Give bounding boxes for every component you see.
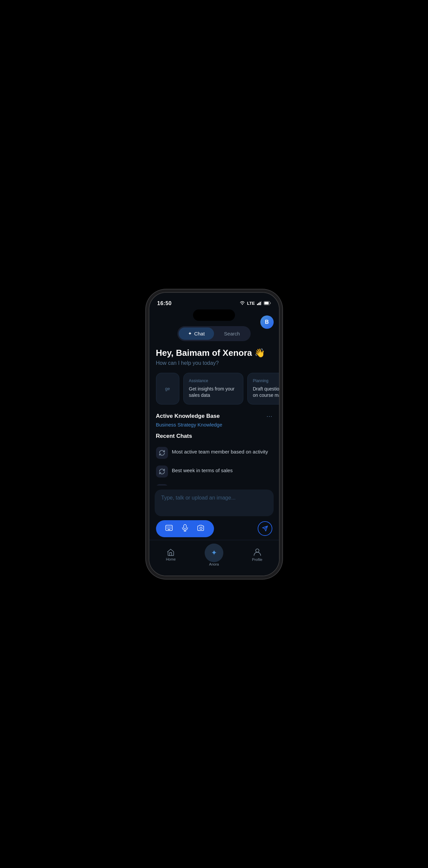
tab-search[interactable]: Search [215, 328, 249, 340]
chat-item-3[interactable]: Generate twitter thread to aanounce the … [156, 481, 272, 486]
knowledge-base-link[interactable]: Business Strategy Knowledge [156, 422, 272, 428]
svg-rect-2 [258, 303, 259, 305]
network-label: LTE [247, 301, 255, 306]
svg-rect-10 [169, 527, 170, 527]
bottom-nav: Home ✦ Anora Profile [149, 540, 279, 576]
svg-rect-6 [264, 302, 269, 305]
wifi-icon [240, 301, 245, 306]
more-dots-icon[interactable]: ⋯ [266, 412, 272, 420]
card-assistance-category: Assistance [189, 378, 238, 383]
recent-chats-title: Recent Chats [156, 433, 272, 439]
svg-rect-14 [169, 528, 170, 529]
svg-rect-4 [261, 301, 262, 305]
status-time: 16:50 [157, 301, 172, 306]
profile-icon [254, 548, 261, 556]
signal-icon [257, 301, 262, 306]
svg-rect-17 [184, 525, 186, 529]
chat-text-2: Best week in terms of sales [172, 466, 233, 474]
knowledge-base-title: Active Knowledge Base [156, 413, 220, 420]
chat-item-2[interactable]: Best week in terms of sales [156, 462, 272, 481]
card-small-label: ge [165, 386, 170, 391]
card-assistance-text: Get insights from your sales data [189, 386, 238, 399]
send-button[interactable] [258, 521, 272, 536]
recent-chats-section: Recent Chats Most active team member bas… [149, 430, 279, 486]
microphone-icon[interactable] [182, 524, 188, 533]
greeting-section: Hey, Baimam of Xenora 👋 How can I help y… [149, 341, 279, 370]
chat-icon-1 [156, 447, 168, 459]
tab-bar: ✦ Chat Search [177, 326, 250, 341]
card-planning-category: Planning [253, 378, 279, 383]
knowledge-base-section: Active Knowledge Base ⋯ Business Strateg… [149, 407, 279, 430]
sparkle-icon: ✦ [188, 331, 192, 336]
chat-text-1: Most active team member based on activit… [172, 447, 268, 455]
svg-rect-9 [168, 527, 169, 527]
input-section: Type, talk or upload an image... [149, 486, 279, 540]
suggestion-card-assistance[interactable]: Assistance Get insights from your sales … [183, 373, 243, 404]
input-actions [155, 520, 274, 537]
keyboard-icon[interactable] [165, 525, 173, 532]
nav-anora[interactable]: ✦ Anora [201, 544, 227, 566]
action-pills [156, 520, 214, 537]
svg-rect-8 [167, 527, 167, 527]
phone-frame: 16:50 LTE [149, 292, 280, 576]
svg-point-23 [256, 549, 259, 552]
phone-screen: 16:50 LTE [149, 293, 279, 576]
tab-chat[interactable]: ✦ Chat [179, 328, 214, 340]
suggestion-card-planning[interactable]: Planning Draft questions based on course… [247, 373, 279, 404]
chat-icon-2 [156, 466, 168, 477]
chat-item-1[interactable]: Most active team member based on activit… [156, 443, 272, 462]
tab-bar-wrapper: ✦ Chat Search [149, 323, 279, 341]
status-icons: LTE [240, 301, 271, 306]
svg-rect-13 [168, 528, 169, 529]
nav-home[interactable]: Home [157, 549, 184, 561]
input-placeholder: Type, talk or upload an image... [161, 495, 236, 500]
suggestion-cards-scroll: ge Assistance Get insights from your sal… [149, 370, 279, 407]
dynamic-island [193, 309, 235, 321]
svg-rect-11 [171, 527, 171, 527]
status-bar: 16:50 LTE [149, 293, 279, 309]
greeting-subtitle: How can I help you today? [156, 360, 272, 366]
svg-rect-15 [171, 528, 171, 529]
greeting-title: Hey, Baimam of Xenora 👋 [156, 348, 272, 358]
anora-sparkle-icon: ✦ [211, 549, 217, 557]
nav-profile-label: Profile [252, 558, 262, 562]
nav-profile[interactable]: Profile [244, 548, 271, 562]
suggestion-card-small[interactable]: ge [156, 373, 179, 404]
svg-rect-12 [167, 528, 167, 529]
card-planning-text: Draft questions based on course material… [253, 386, 279, 399]
knowledge-base-header: Active Knowledge Base ⋯ [156, 412, 272, 420]
nav-home-label: Home [166, 557, 176, 561]
svg-point-0 [242, 304, 243, 305]
svg-point-20 [200, 527, 202, 529]
svg-rect-3 [260, 302, 261, 305]
svg-rect-1 [257, 304, 258, 305]
home-icon [167, 549, 175, 556]
camera-icon[interactable] [197, 525, 205, 532]
main-scroll: ✦ Chat Search Hey, Baimam of Xenora 👋 Ho… [149, 323, 279, 486]
profile-avatar-top[interactable]: B [260, 315, 274, 329]
nav-center-bg: ✦ [205, 544, 223, 562]
battery-icon [264, 301, 271, 306]
input-box[interactable]: Type, talk or upload an image... [155, 490, 274, 516]
svg-rect-16 [168, 529, 170, 530]
nav-anora-label: Anora [209, 562, 219, 566]
